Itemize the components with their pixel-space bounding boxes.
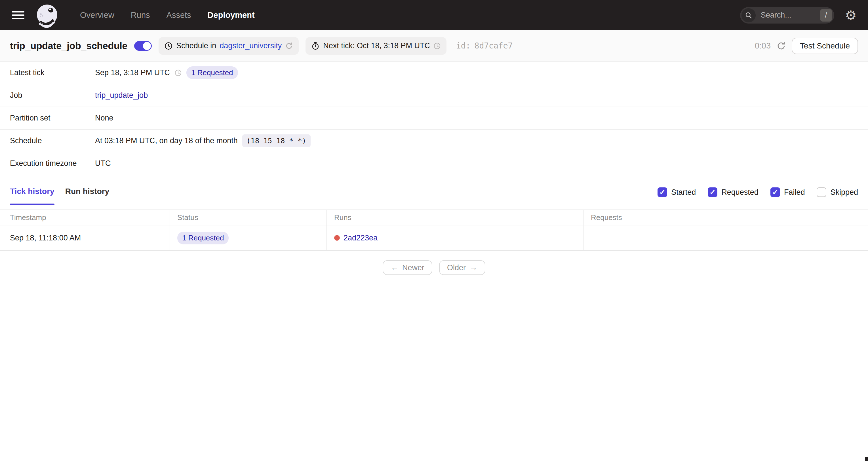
nav-overview[interactable]: Overview [80,10,114,20]
timer-icon [311,42,320,50]
id-label: id: [456,41,471,51]
page-title: trip_update_job_schedule [10,40,127,51]
filter-requested[interactable]: ✓ Requested [708,188,758,197]
detail-label: Execution timezone [0,152,88,175]
detail-label: Job [0,84,88,107]
arrow-left-icon: ← [391,263,399,272]
schedule-description: At 03:18 PM UTC, on day 18 of the month [95,136,238,145]
next-tick-label: Next tick: Oct 18, 3:18 PM UTC [323,41,430,50]
pagination: ← Newer Older → [0,260,868,275]
tick-status-badge[interactable]: 1 Requested [177,232,229,244]
toggle-knob [143,42,151,50]
search-shortcut-badge: / [820,9,832,22]
partition-set-value: None [95,114,114,123]
arrow-right-icon: → [469,263,477,272]
dagster-logo-icon [35,3,60,28]
table-row: Sep 18, 11:18:00 AM 1 Requested 2ad223ea [0,225,868,251]
dagster-logo[interactable] [35,3,60,28]
detail-row-partition-set: Partition set None [0,107,868,130]
newer-button[interactable]: ← Newer [383,260,432,275]
detail-row-latest-tick: Latest tick Sep 18, 3:18 PM UTC 1 Reques… [0,62,868,84]
cron-expression-badge: (18 15 18 * *) [242,134,311,147]
code-location-link[interactable]: dagster_university [220,41,282,50]
tab-run-history[interactable]: Run history [65,187,110,205]
table-header-row: Timestamp Status Runs Requests [0,210,868,225]
run-status-dot [334,235,340,241]
clock-icon [164,42,173,50]
filter-failed[interactable]: ✓ Failed [770,188,805,197]
corner-artifact [865,457,868,461]
nav-assets[interactable]: Assets [166,10,191,20]
detail-label: Partition set [0,107,88,129]
col-requests: Requests [584,210,868,225]
latest-tick-status-badge[interactable]: 1 Requested [186,66,238,79]
tick-status-filters: ✓ Started ✓ Requested ✓ Failed Skipped [657,187,858,197]
refresh-countdown: 0:03 [755,41,771,51]
timezone-value: UTC [95,159,111,168]
schedule-header: trip_update_job_schedule Schedule in dag… [0,30,868,62]
checkbox-requested[interactable]: ✓ [708,188,717,197]
primary-nav: Overview Runs Assets Deployment [80,10,255,20]
schedule-toggle[interactable] [134,41,152,51]
latest-tick-timestamp: Sep 18, 3:18 PM UTC [95,68,170,77]
tick-runs-cell: 2ad223ea [327,225,584,250]
test-schedule-button[interactable]: Test Schedule [792,38,858,54]
refresh-icon[interactable] [776,41,786,51]
reload-icon[interactable] [285,42,293,50]
tick-requests-cell [584,225,868,250]
col-runs: Runs [327,210,584,225]
search-icon [742,8,756,23]
search-placeholder: Search... [761,11,820,20]
gear-icon[interactable]: ⚙ [845,9,857,22]
top-nav: Overview Runs Assets Deployment Search..… [0,0,868,30]
schedule-location-tag: Schedule in dagster_university [159,37,299,55]
detail-row-job: Job trip_update_job [0,84,868,107]
filter-started[interactable]: ✓ Started [657,188,696,197]
schedule-location-prefix: Schedule in [176,41,216,50]
tick-timestamp-cell: Sep 18, 11:18:00 AM [0,225,170,250]
schedule-details: Latest tick Sep 18, 3:18 PM UTC 1 Reques… [0,62,868,175]
next-tick-tag: Next tick: Oct 18, 3:18 PM UTC [306,37,446,55]
search-input[interactable]: Search... / [740,7,834,24]
checkbox-failed[interactable]: ✓ [770,188,780,197]
timezone-clock-icon[interactable] [433,42,441,50]
detail-label: Schedule [0,130,88,152]
nav-runs[interactable]: Runs [131,10,150,20]
menu-icon[interactable] [12,11,24,19]
checkbox-started[interactable]: ✓ [657,188,667,197]
job-link[interactable]: trip_update_job [95,91,148,100]
col-timestamp: Timestamp [0,210,170,225]
id-value: 8d7cafe7 [474,41,513,51]
detail-row-schedule: Schedule At 03:18 PM UTC, on day 18 of t… [0,130,868,152]
run-link[interactable]: 2ad223ea [343,234,377,242]
tab-tick-history[interactable]: Tick history [10,187,55,205]
col-status: Status [170,210,327,225]
checkbox-skipped[interactable] [817,188,826,197]
nav-deployment[interactable]: Deployment [208,10,255,20]
detail-label: Latest tick [0,62,88,84]
tick-status-cell: 1 Requested [170,225,327,250]
history-tabs-bar: Tick history Run history ✓ Started ✓ Req… [0,175,868,205]
older-button[interactable]: Older → [439,260,485,275]
schedule-id: id: 8d7cafe7 [456,41,513,51]
tick-history-table: Timestamp Status Runs Requests Sep 18, 1… [0,209,868,251]
detail-row-timezone: Execution timezone UTC [0,152,868,175]
timezone-clock-icon[interactable] [175,69,182,76]
filter-skipped[interactable]: Skipped [817,188,858,197]
